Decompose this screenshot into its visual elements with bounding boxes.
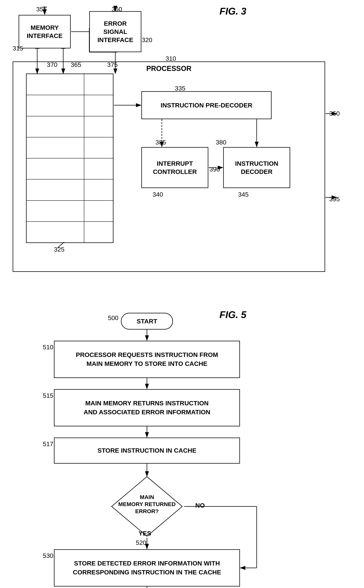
interrupt-controller-box: INTERRUPT CONTROLLER	[141, 147, 208, 188]
memory-interface-box: MEMORY INTERFACE	[19, 15, 71, 48]
ref-360: 360	[112, 6, 122, 13]
ref-395: 395	[329, 195, 340, 203]
ref-375: 375	[107, 61, 118, 68]
svg-text:MEMORY RETURNED: MEMORY RETURNED	[118, 501, 176, 507]
diamond-container: MAIN MEMORY RETURNED ERROR?	[110, 475, 184, 538]
ref-517: 517	[43, 440, 53, 448]
fig3-diagram: FIG. 3 MEMORY INTERFACE ERROR SIGNAL INT…	[0, 0, 364, 289]
instruction-predecoder-box: INSTRUCTION PRE-DECODER	[141, 91, 272, 119]
ref-520: 520	[136, 539, 146, 546]
ref-350: 350	[329, 110, 340, 117]
ref-515: 515	[43, 392, 53, 399]
start-oval: START	[121, 313, 173, 330]
ref-315: 315	[13, 45, 23, 52]
svg-text:MAIN: MAIN	[140, 494, 154, 500]
ref-335: 335	[175, 85, 185, 92]
ref-325: 325	[54, 246, 65, 253]
ref-310: 310	[166, 55, 176, 62]
cache-box	[26, 74, 113, 243]
ref-345: 345	[238, 191, 249, 198]
ref-530: 530	[43, 552, 53, 559]
ref-365: 365	[71, 61, 81, 68]
yes-label: YES	[139, 530, 151, 537]
diamond-svg: MAIN MEMORY RETURNED ERROR?	[110, 475, 184, 538]
fig5-diagram: FIG. 5 500 START 510 PROCESSOR REQUESTS …	[0, 303, 364, 588]
instruction-decoder-box: INSTRUCTION DECODER	[223, 147, 290, 188]
step-515-box: MAIN MEMORY RETURNS INSTRUCTION AND ASSO…	[54, 389, 240, 426]
ref-320: 320	[142, 36, 152, 44]
step-530-box: STORE DETECTED ERROR INFORMATION WITH CO…	[54, 549, 240, 587]
fig3-label: FIG. 3	[220, 6, 246, 17]
ref-390: 390	[209, 166, 220, 173]
ref-510: 510	[43, 344, 53, 351]
error-signal-interface-box: ERROR SIGNAL INTERFACE	[89, 11, 141, 52]
processor-label: PROCESSOR	[146, 65, 192, 73]
svg-text:ERROR?: ERROR?	[135, 508, 159, 514]
fig5-label: FIG. 5	[220, 309, 246, 320]
step-510-box: PROCESSOR REQUESTS INSTRUCTION FROM MAIN…	[54, 341, 240, 378]
ref-380: 380	[216, 139, 226, 146]
step-517-box: STORE INSTRUCTION IN CACHE	[54, 438, 240, 464]
ref-500: 500	[108, 314, 118, 321]
ref-355: 355	[36, 6, 47, 13]
ref-385: 385	[156, 139, 166, 146]
no-label: NO	[195, 502, 205, 509]
ref-370: 370	[47, 61, 58, 68]
ref-340: 340	[153, 191, 163, 198]
